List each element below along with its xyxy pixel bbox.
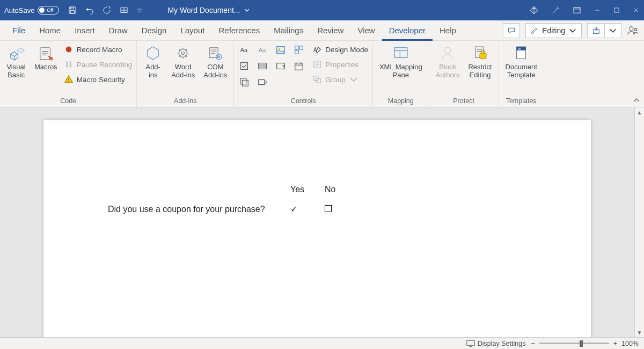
tab-developer[interactable]: Developer [382, 20, 433, 41]
undo-icon[interactable] [85, 5, 94, 15]
word-addins-button[interactable]: Word Add-ins [169, 43, 197, 81]
zoom-slider[interactable] [539, 343, 609, 344]
group-addins-label: Add-ins [141, 96, 229, 106]
scroll-down-icon[interactable]: ▼ [635, 328, 644, 337]
group-protect: Block Authors Restrict Editing Protect [429, 41, 499, 107]
tab-references[interactable]: References [211, 20, 267, 41]
document-template-button[interactable]: W Document Template [503, 43, 539, 81]
close-icon[interactable] [632, 6, 640, 14]
question-text: Did you use a coupon for your purchase? [108, 205, 290, 214]
group-code: Visual Basic Macros Record Macro Pause R… [0, 41, 137, 107]
zoom-thumb[interactable] [580, 340, 583, 347]
legacy-tools-icon[interactable] [257, 76, 268, 88]
tab-design[interactable]: Design [135, 20, 174, 41]
warning-icon [64, 75, 74, 84]
checkbox-yes[interactable]: ✓ [290, 204, 325, 214]
svg-rect-1 [71, 7, 74, 9]
share-more-button[interactable] [604, 23, 621, 38]
zoom-control: − + 100% [531, 340, 639, 347]
zoom-value[interactable]: 100% [621, 340, 639, 347]
tabrow-right: Editing [503, 23, 639, 38]
table-icon[interactable] [119, 5, 129, 15]
group-code-label: Code [4, 96, 132, 106]
record-macro-button[interactable]: Record Macro [64, 43, 133, 56]
svg-rect-45 [467, 340, 474, 345]
xml-mapping-button[interactable]: XML Mapping Pane [377, 43, 425, 81]
building-block-control-icon[interactable] [293, 44, 305, 56]
minimize-icon[interactable] [594, 6, 601, 14]
tab-insert[interactable]: Insert [68, 20, 102, 41]
tab-view[interactable]: View [350, 20, 382, 41]
design-mode-button[interactable]: Design Mode [312, 43, 368, 56]
zoom-out-button[interactable]: − [531, 340, 535, 347]
dropdown-control-icon[interactable] [275, 60, 287, 72]
hexagon-icon [144, 44, 162, 62]
tab-draw[interactable]: Draw [102, 20, 135, 41]
group-icon [312, 75, 322, 84]
autosave-toggle[interactable]: Off [38, 6, 59, 14]
document-viewport[interactable]: Yes No Did you use a coupon for your pur… [0, 107, 634, 337]
editing-mode-button[interactable]: Editing [525, 23, 582, 38]
visual-basic-button[interactable]: Visual Basic [4, 43, 28, 81]
pencil-icon [530, 26, 539, 35]
svg-rect-29 [259, 63, 267, 69]
rich-text-control-icon[interactable]: Aa [238, 44, 250, 56]
block-authors-icon [438, 44, 457, 62]
redo-icon[interactable] [102, 5, 112, 15]
addins-button[interactable]: Add- ins [141, 43, 165, 81]
svg-rect-6 [614, 8, 619, 12]
checkbox-control-icon[interactable] [238, 60, 250, 72]
properties-icon [312, 60, 322, 69]
qat-more-icon[interactable] [136, 5, 143, 15]
account-icon[interactable] [627, 25, 639, 37]
display-settings-button[interactable]: Display Settings [466, 340, 526, 347]
save-icon[interactable] [68, 5, 77, 15]
tab-layout[interactable]: Layout [173, 20, 211, 41]
autosave-group: AutoSave Off [4, 6, 59, 14]
scroll-up-icon[interactable]: ▲ [635, 107, 644, 117]
tab-home[interactable]: Home [32, 20, 68, 41]
tab-mailings[interactable]: Mailings [267, 20, 310, 41]
ribbon-tabs: File Home Insert Draw Design Layout Refe… [0, 20, 644, 41]
tab-help[interactable]: Help [433, 20, 463, 41]
macro-security-button[interactable]: Macro Security [64, 73, 133, 86]
picture-control-icon[interactable] [275, 44, 287, 56]
svg-rect-32 [240, 78, 246, 84]
pause-recording-button: Pause Recording [64, 58, 133, 71]
chevron-down-icon [349, 75, 358, 84]
checkbox-no[interactable] [325, 205, 359, 214]
xml-mapping-label: XML Mapping Pane [379, 63, 422, 79]
vertical-scrollbar[interactable]: ▲ ▼ [634, 107, 644, 337]
svg-rect-23 [277, 47, 285, 54]
comments-button[interactable] [503, 23, 520, 38]
zoom-in-button[interactable]: + [613, 340, 617, 347]
window-icon[interactable] [572, 5, 582, 15]
comment-icon [507, 26, 516, 35]
restrict-editing-button[interactable]: Restrict Editing [466, 43, 494, 81]
tab-review[interactable]: Review [310, 20, 350, 41]
svg-point-39 [444, 47, 451, 54]
document-title[interactable]: My Word Document... [167, 6, 250, 14]
toggle-knob [39, 8, 45, 13]
block-authors-label: Block Authors [436, 63, 460, 79]
share-button[interactable] [587, 23, 604, 38]
visual-basic-icon [7, 44, 25, 62]
repeating-section-control-icon[interactable] [238, 76, 250, 88]
group-mapping-label: Mapping [377, 96, 425, 106]
svg-point-8 [630, 26, 633, 30]
combo-box-control-icon[interactable] [257, 60, 268, 72]
com-addins-button[interactable]: COM Add-ins [201, 43, 229, 81]
wand-icon[interactable] [551, 5, 560, 15]
page: Yes No Did you use a coupon for your pur… [43, 120, 591, 337]
collapse-ribbon-icon[interactable] [632, 96, 641, 105]
addins-label: Add- ins [145, 63, 160, 79]
maximize-icon[interactable] [613, 6, 620, 14]
macros-button[interactable]: Macros [32, 43, 60, 72]
autosave-state: Off [47, 8, 53, 13]
diamond-icon[interactable] [529, 5, 539, 15]
tab-file[interactable]: File [5, 20, 32, 41]
properties-label: Properties [325, 61, 358, 69]
date-picker-control-icon[interactable] [293, 60, 305, 72]
plain-text-control-icon[interactable]: Aa [257, 44, 268, 56]
svg-point-19 [216, 54, 222, 60]
